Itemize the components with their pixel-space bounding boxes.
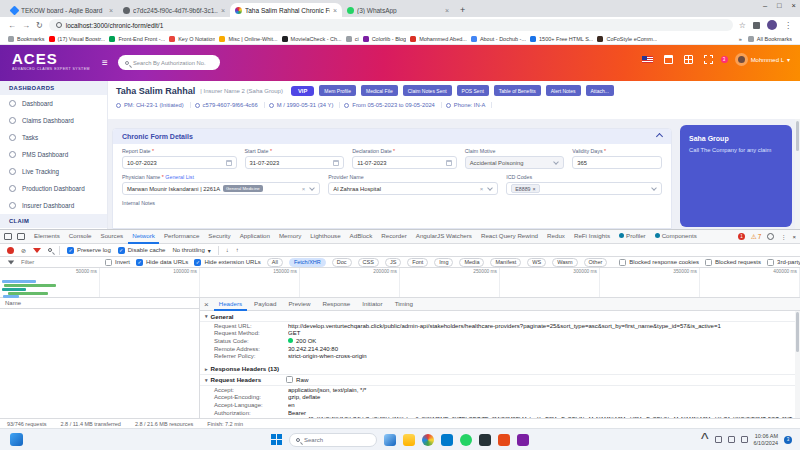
bookmark-item[interactable]: (17) Visual Boostr... (49, 36, 106, 42)
bookmark-item[interactable]: CoFoStyle eComm... (597, 36, 657, 42)
blocked-cookies-toggle[interactable]: Blocked response cookies (619, 259, 699, 266)
browser-menu-icon[interactable]: ⋮ (784, 21, 792, 30)
clear-network-icon[interactable]: ⊘ (21, 247, 26, 254)
filter-funnel-icon[interactable] (33, 248, 41, 253)
detail-tab[interactable]: Preview (283, 298, 315, 311)
authorization-search-input[interactable]: Search By Authorization No. (118, 55, 220, 70)
third-party-toggle[interactable]: 3rd-party requests (767, 259, 800, 266)
volume-tray-icon[interactable] (728, 436, 735, 443)
hide-data-urls-toggle[interactable]: ✓ Hide data URLs (136, 259, 188, 266)
throttling-select[interactable]: No throttling ▾ (172, 247, 210, 254)
bookmarks-overflow-icon[interactable]: » (739, 36, 742, 42)
devtools-tab[interactable]: ReFi Insights (570, 230, 614, 244)
clear-icon[interactable]: × (480, 186, 484, 192)
taskbar-app-icon[interactable] (403, 434, 415, 446)
devtools-menu-icon[interactable]: ⋮ (780, 233, 786, 240)
report-date-input[interactable]: 10-07-2023 (122, 156, 237, 169)
browser-tab[interactable]: TEKOW board - Agile Board × (6, 3, 118, 17)
bookmark-item[interactable]: Colorlib - Blog (363, 36, 407, 42)
hide-data-urls-checkbox[interactable]: ✓ (136, 259, 143, 266)
raw-headers-toggle[interactable]: Raw (286, 376, 308, 383)
bookmark-item[interactable]: ci (346, 36, 359, 42)
validity-days-input[interactable]: 365 (572, 156, 662, 169)
preserve-log-checkbox[interactable]: ✓ (67, 247, 74, 254)
widgets-icon[interactable] (10, 433, 23, 446)
devtools-tab[interactable]: Application (236, 230, 274, 244)
tab-close-icon[interactable]: × (221, 7, 225, 14)
sidebar-item[interactable]: Claims Dashboard (0, 112, 107, 129)
site-info-icon[interactable] (56, 22, 62, 28)
user-menu[interactable]: Mohmmed L ▾ (735, 53, 790, 66)
tab-close-icon[interactable]: × (445, 7, 449, 14)
taskbar-app-icon[interactable] (422, 434, 434, 446)
raw-checkbox[interactable] (286, 376, 293, 383)
sidebar-item[interactable]: Insurer Dashboard (0, 197, 107, 214)
warning-count-badge[interactable]: ⚠7 (751, 233, 761, 241)
devtools-tab[interactable]: Profiler (615, 230, 650, 244)
request-type-pill[interactable]: Wasm (552, 258, 577, 267)
devtools-tab[interactable]: Redux (543, 230, 569, 244)
page-scrollbar[interactable] (795, 119, 800, 229)
menu-icon[interactable]: ≡ (102, 57, 108, 68)
all-bookmarks-folder[interactable]: All Bookmarks (748, 36, 792, 42)
taskbar-search-box[interactable]: Search (289, 433, 377, 447)
back-icon[interactable]: ← (8, 21, 16, 30)
new-tab-button[interactable]: + (460, 5, 465, 15)
sidebar-item[interactable]: Live Tracking (0, 163, 107, 180)
request-type-pill[interactable]: Img (434, 258, 453, 267)
app-logo[interactable]: ACES ADVANCED CLAIMS EXPERT SYSTEM (12, 50, 90, 71)
member-action-button[interactable]: POS Sent (457, 85, 489, 96)
devtools-settings-icon[interactable] (767, 233, 774, 240)
bookmark-item[interactable]: Front-End Front -... (109, 36, 165, 42)
filter-input[interactable] (21, 259, 99, 265)
error-count-badge[interactable]: 1 (738, 233, 745, 240)
preserve-log-toggle[interactable]: ✓ Preserve log (67, 247, 111, 254)
detail-tab[interactable]: Initiator (357, 298, 387, 311)
detail-scrollbar[interactable] (795, 311, 800, 418)
browser-tab[interactable]: Taha Salim Rahhal Chronic For... × (230, 3, 342, 17)
disable-cache-checkbox[interactable]: ✓ (118, 247, 125, 254)
request-type-pill[interactable]: Manifest (490, 258, 521, 267)
network-tray-icon[interactable] (715, 436, 722, 443)
taskbar-app-icon[interactable] (441, 434, 453, 446)
bookmark-item[interactable]: 1500+ Free HTML S... (530, 36, 593, 42)
clear-icon[interactable]: × (302, 186, 306, 192)
request-type-pill[interactable]: CSS (358, 258, 379, 267)
browser-tab[interactable]: c7dc245-f90c-4d7f-9b6f-3c1... × (118, 3, 230, 17)
declaration-date-input[interactable]: 11-07-2023 (352, 156, 457, 169)
request-type-pill[interactable]: Font (407, 258, 428, 267)
taskbar-app-icon[interactable] (517, 434, 529, 446)
calendar-picker-icon[interactable] (333, 160, 339, 166)
sidebar-item[interactable]: Dashboard (0, 95, 107, 112)
name-column-header[interactable]: Name (0, 298, 199, 309)
window-minimize-button[interactable]: – (763, 1, 767, 10)
request-type-pill[interactable]: JS (385, 258, 401, 267)
taskbar-app-icon[interactable] (384, 434, 396, 446)
detail-tab[interactable]: Response (317, 298, 355, 311)
sidebar-item[interactable]: Production Dashboard (0, 180, 107, 197)
notification-center-badge[interactable]: 3 (784, 436, 792, 444)
taskbar-app-icon[interactable] (460, 434, 472, 446)
response-headers-section-header[interactable]: ▸ Response Headers (13) (200, 364, 800, 375)
sidebar-item[interactable]: CLAIM (0, 214, 107, 228)
provider-select[interactable]: Al Zahraa Hospital × (328, 182, 498, 195)
network-overview-strip[interactable]: 50000 ms 100000 ms 150000 ms 200000 ms 2… (0, 268, 800, 298)
devtools-tab[interactable]: Performance (160, 230, 203, 244)
devtools-tab[interactable]: Network (128, 230, 159, 244)
blocked-requests-checkbox[interactable] (705, 259, 712, 266)
devtools-tab[interactable]: Security (204, 230, 234, 244)
member-action-button[interactable]: Table of Benefits (494, 85, 541, 96)
request-type-pill[interactable]: All (267, 258, 283, 267)
battery-tray-icon[interactable] (741, 436, 748, 443)
inspect-element-icon[interactable] (4, 233, 12, 240)
start-date-input[interactable]: 31-07-2023 (245, 156, 345, 169)
member-action-button[interactable]: Mem Profile (319, 85, 356, 96)
devtools-tab[interactable]: React Query Rewind (477, 230, 542, 244)
third-party-checkbox[interactable] (767, 259, 774, 266)
invert-toggle[interactable]: Invert (105, 259, 130, 266)
forward-icon[interactable]: → (22, 21, 30, 30)
extensions-icon[interactable] (753, 22, 760, 29)
tab-close-icon[interactable]: × (333, 7, 337, 14)
request-type-pill[interactable]: Fetch/XHR (289, 258, 326, 267)
window-close-button[interactable]: × (792, 1, 796, 10)
